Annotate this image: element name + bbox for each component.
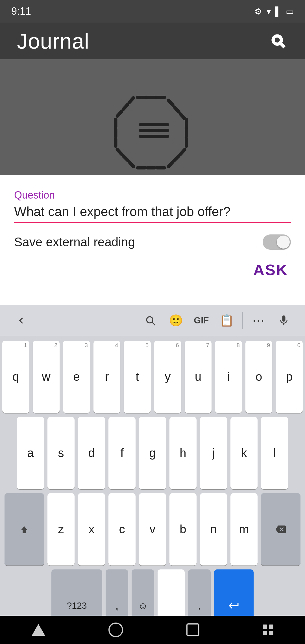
key-k[interactable]: k (230, 417, 258, 489)
recent-icon (186, 623, 199, 636)
svg-line-25 (129, 98, 134, 103)
svg-line-12 (175, 156, 179, 160)
save-external-toggle[interactable] (263, 234, 291, 250)
key-w[interactable]: w2 (33, 341, 60, 413)
keyboard: 🙂 GIF 📋 ⋯ q1 w2 e3 r4 t5 y6 u7 i8 o9 p0 (0, 305, 305, 644)
status-bar: 9:11 ⚙ ▾ ▌ ▭ (0, 0, 305, 23)
key-q[interactable]: q1 (2, 341, 29, 413)
search-icon (271, 33, 286, 49)
input-underline (14, 222, 291, 223)
svg-line-11 (180, 150, 185, 155)
key-u[interactable]: u7 (185, 341, 212, 413)
svg-line-24 (123, 105, 128, 110)
apps-icon (263, 625, 273, 635)
key-g[interactable]: g (139, 417, 166, 489)
nav-home-button[interactable] (108, 623, 123, 637)
key-b[interactable]: b (169, 493, 197, 565)
key-d[interactable]: d (78, 417, 105, 489)
key-t[interactable]: t5 (124, 341, 151, 413)
keyboard-more-icon[interactable]: ⋯ (246, 309, 271, 332)
key-z[interactable]: z (47, 493, 75, 565)
key-shift[interactable] (5, 493, 44, 565)
keyboard-toolbar: 🙂 GIF 📋 ⋯ (0, 305, 305, 336)
search-button[interactable] (268, 31, 288, 51)
svg-line-23 (117, 112, 122, 116)
question-label: Question (14, 189, 291, 201)
svg-line-13 (169, 162, 173, 167)
key-x[interactable]: x (78, 493, 105, 565)
keyboard-search-icon[interactable] (138, 309, 163, 332)
svg-line-19 (117, 150, 122, 155)
journal-header: Journal (0, 23, 305, 59)
save-external-label: Save external reading (14, 235, 135, 249)
key-m[interactable]: m (230, 493, 258, 565)
ask-button[interactable]: ASK (250, 261, 291, 279)
battery-icon: ▭ (286, 6, 294, 16)
key-j[interactable]: j (200, 417, 227, 489)
svg-line-18 (123, 156, 128, 160)
key-y[interactable]: y6 (154, 341, 181, 413)
svg-line-32 (152, 322, 155, 325)
key-e[interactable]: e3 (63, 341, 90, 413)
wifi-icon: ▾ (267, 6, 271, 16)
key-o[interactable]: o9 (245, 341, 273, 413)
back-icon (32, 624, 45, 636)
toggle-knob (277, 236, 290, 249)
key-f[interactable]: f (108, 417, 136, 489)
key-r[interactable]: r4 (93, 341, 121, 413)
keyboard-mic-icon[interactable] (271, 309, 297, 332)
nav-recent-button[interactable] (186, 623, 199, 636)
save-external-row: Save external reading (14, 234, 291, 250)
key-row-2: a s d f g h j k l (2, 417, 303, 489)
navigation-bar (0, 616, 305, 644)
signal-icon: ▌ (275, 6, 281, 16)
nav-apps-button[interactable] (263, 625, 273, 635)
svg-point-0 (273, 36, 281, 44)
nav-back-button[interactable] (32, 624, 45, 636)
keyboard-gif-icon[interactable]: GIF (189, 309, 214, 332)
settings-icon: ⚙ (254, 6, 262, 16)
status-icons: ⚙ ▾ ▌ ▭ (254, 6, 294, 16)
svg-line-6 (175, 107, 179, 112)
svg-point-31 (147, 317, 153, 323)
home-icon (108, 623, 123, 637)
app-title: Journal (17, 29, 89, 53)
svg-line-7 (180, 114, 185, 119)
trigram-symbol (110, 89, 195, 174)
key-v[interactable]: v (139, 493, 166, 565)
key-p[interactable]: p0 (276, 341, 303, 413)
svg-line-17 (129, 162, 134, 167)
svg-line-5 (169, 101, 173, 105)
toolbar-separator (242, 312, 243, 329)
key-row-1: q1 w2 e3 r4 t5 y6 u7 i8 o9 p0 (2, 341, 303, 413)
status-time: 9:11 (11, 5, 31, 17)
key-backspace[interactable] (261, 493, 300, 565)
keyboard-keys: q1 w2 e3 r4 t5 y6 u7 i8 o9 p0 a s d f g … (0, 336, 305, 644)
key-i[interactable]: i8 (215, 341, 242, 413)
ask-btn-row: ASK (14, 261, 291, 279)
key-a[interactable]: a (17, 417, 44, 489)
keyboard-back-button[interactable] (8, 309, 34, 332)
key-h[interactable]: h (169, 417, 197, 489)
question-input[interactable] (14, 204, 291, 219)
key-row-3: z x c v b n m (2, 493, 303, 565)
key-l[interactable]: l (261, 417, 288, 489)
svg-line-1 (280, 43, 285, 47)
keyboard-sticker-icon[interactable]: 🙂 (163, 309, 189, 332)
bottom-sheet: Question Save external reading ASK (0, 175, 305, 305)
key-c[interactable]: c (108, 493, 136, 565)
key-s[interactable]: s (47, 417, 75, 489)
keyboard-toolbar-icons: 🙂 GIF 📋 ⋯ (138, 309, 297, 332)
keyboard-clipboard-icon[interactable]: 📋 (214, 309, 239, 332)
key-n[interactable]: n (200, 493, 227, 565)
